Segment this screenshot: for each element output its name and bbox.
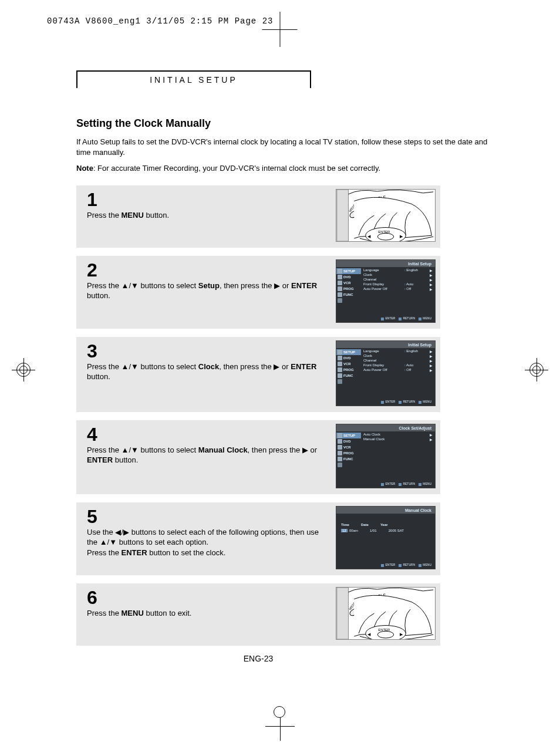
step-6: 6 Press the MENU button to exit. SUBTITL…: [76, 583, 440, 646]
osd-screenshot-manual-clock: Manual Clock Time Date Year 12: 00am 1/0…: [336, 506, 436, 569]
osd-sidebar: SETUPDVDVCRPROGFUNC: [336, 431, 361, 469]
step-1: 1 Press the MENU button. SUBTITLE MENU E…: [76, 185, 440, 248]
osd-menu-row: Front Display: Auto▶: [363, 363, 433, 368]
osd-menu-row: Channel▶: [363, 278, 433, 282]
osd-menu-row: Clock▶: [363, 273, 433, 278]
svg-point-6: [377, 233, 393, 240]
step-5: 5 Use the ◀/▶ buttons to select each of …: [76, 502, 440, 575]
osd-footer: ENTERRETURNMENU: [336, 481, 435, 487]
crop-mark-top: [280, 12, 281, 47]
registration-mark-right: [525, 358, 548, 382]
osd-footer: ENTERRETURNMENU: [336, 315, 435, 321]
osd-side-item: SETUP: [336, 268, 361, 274]
step-3: 3 Press the ▲/▼ buttons to select Clock,…: [76, 337, 440, 412]
step-2: 2 Press the ▲/▼ buttons to select Setup,…: [76, 256, 440, 329]
osd-side-item: DVD: [336, 274, 361, 280]
step-number: 5: [87, 507, 330, 526]
osd-screenshot-initial-setup-clock: Initial Setup SETUPDVDVCRPROGFUNC Langua…: [336, 340, 436, 406]
step-number: 3: [87, 342, 330, 360]
svg-point-15: [377, 631, 393, 638]
osd-footer-hint: ENTER: [381, 400, 395, 403]
section-header-box: INITIAL SETUP: [76, 70, 311, 88]
osd-footer-hint: ENTER: [381, 316, 395, 320]
step-text: Press the ▲/▼ buttons to select Manual C…: [87, 445, 330, 465]
step-number: 4: [87, 425, 330, 444]
osd-side-item: VCR: [336, 444, 361, 450]
osd-menu-row: Language: English▶: [363, 268, 433, 273]
page-number: ENG-23: [76, 654, 440, 663]
osd-menu-row: Language: English▶: [363, 349, 433, 354]
osd-menu-row: Auto Power Off: Off▶: [363, 287, 433, 292]
osd-footer-hint: RETURN: [399, 316, 415, 320]
osd-footer-hint: MENU: [419, 400, 431, 403]
note-paragraph: Note: For accurate Timer Recording, your…: [76, 163, 501, 174]
osd-menu-row: Auto Clock▶: [363, 433, 433, 437]
osd-menu-row: Channel▶: [363, 359, 433, 363]
step-text: Press the ▲/▼ buttons to select Setup, t…: [87, 281, 330, 301]
svg-rect-9: [337, 588, 349, 639]
osd-side-item: VCR: [336, 280, 361, 286]
osd-footer: ENTERRETURNMENU: [336, 399, 435, 404]
osd-side-item: SETUP: [336, 349, 361, 355]
osd-footer-hint: MENU: [419, 482, 431, 485]
osd-footer-hint: MENU: [419, 316, 431, 320]
osd-side-item: FUNC: [336, 292, 361, 298]
osd-side-item: DVD: [336, 355, 361, 361]
osd-screenshot-initial-setup: Initial Setup SETUPDVDVCRPROGFUNC Langua…: [336, 259, 436, 323]
osd-side-item: FUNC: [336, 373, 361, 379]
osd-menu-row: Auto Power Off: Off▶: [363, 368, 433, 373]
osd-main: Language: English▶Clock▶Channel▶Front Di…: [361, 348, 435, 386]
crop-mark-bottom: [265, 711, 295, 738]
registration-mark-left: [12, 358, 35, 382]
osd-sidebar: SETUPDVDVCRPROGFUNC: [336, 348, 361, 386]
osd-main: Time Date Year 12: 00am 1/01 2005 SAT: [336, 514, 435, 535]
osd-footer-hint: RETURN: [399, 482, 415, 485]
print-job-header: 00743A V8600_eng1 3/11/05 2:15 PM Page 2…: [47, 16, 273, 26]
osd-side-item: SETUP: [336, 433, 361, 438]
osd-side-item: FUNC: [336, 456, 361, 462]
step-text: Press the MENU button.: [87, 210, 330, 221]
note-label: Note: [76, 164, 93, 173]
section-header: INITIAL SETUP: [150, 75, 238, 85]
step-4: 4 Press the ▲/▼ buttons to select Manual…: [76, 420, 440, 494]
osd-footer-hint: MENU: [419, 563, 431, 566]
remote-illustration: SUBTITLE MENU ENTER ◀ ▶: [336, 189, 436, 242]
osd-menu-row: Front Display: Auto▶: [363, 282, 433, 287]
osd-side-item: PROG: [336, 286, 361, 292]
step-number: 1: [87, 190, 330, 209]
osd-screenshot-clock-set: Clock Set/Adjust SETUPDVDVCRPROGFUNC Aut…: [336, 424, 436, 488]
step-text: Use the ◀/▶ buttons to select each of th…: [87, 527, 330, 558]
step-number: 2: [87, 261, 330, 279]
osd-side-item: PROG: [336, 450, 361, 456]
page-title: Setting the Clock Manually: [76, 117, 501, 130]
page-content: INITIAL SETUP Setting the Clock Manually…: [76, 70, 501, 663]
osd-main: Auto Clock▶Manual Clock▶: [361, 431, 435, 469]
osd-footer-hint: RETURN: [399, 563, 415, 566]
osd-side-item: VCR: [336, 361, 361, 367]
osd-side-item: DVD: [336, 438, 361, 444]
step-text: Press the MENU button to exit.: [87, 608, 330, 619]
svg-rect-0: [337, 190, 349, 241]
remote-illustration: SUBTITLE MENU ENTER ◀ ▶: [336, 587, 436, 640]
osd-footer-hint: ENTER: [381, 482, 395, 485]
osd-menu-row: Manual Clock▶: [363, 437, 433, 442]
step-number: 6: [87, 588, 330, 607]
osd-footer-hint: RETURN: [399, 400, 415, 403]
step-text: Press the ▲/▼ buttons to select Clock, t…: [87, 362, 330, 382]
steps-list: 1 Press the MENU button. SUBTITLE MENU E…: [76, 185, 501, 646]
osd-footer: ENTERRETURNMENU: [336, 562, 435, 568]
osd-footer-hint: ENTER: [381, 563, 395, 566]
intro-paragraph: If Auto Setup fails to set the DVD-VCR's…: [76, 137, 501, 157]
osd-menu-row: Clock▶: [363, 354, 433, 359]
osd-side-item: PROG: [336, 367, 361, 373]
osd-main: Language: English▶Clock▶Channel▶Front Di…: [361, 267, 435, 305]
osd-sidebar: SETUPDVDVCRPROGFUNC: [336, 267, 361, 305]
